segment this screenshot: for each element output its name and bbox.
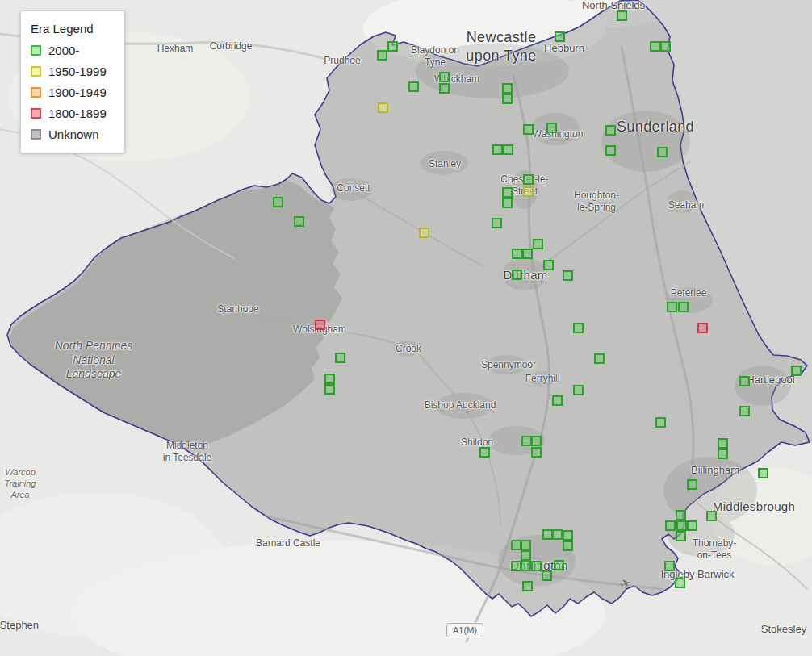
legend-label-era1800: 1800-1899	[48, 107, 107, 120]
legend-swatch-era1950	[31, 66, 41, 77]
era-marker-era2000[interactable]	[502, 83, 513, 94]
era-marker-era2000[interactable]	[573, 385, 584, 395]
era-marker-era2000[interactable]	[273, 197, 283, 207]
era-marker-era2000[interactable]	[324, 374, 335, 384]
legend-label-era1950: 1950-1999	[48, 65, 107, 78]
era-marker-era2000[interactable]	[533, 239, 543, 249]
era-marker-era2000[interactable]	[492, 218, 502, 228]
era-marker-era2000[interactable]	[660, 41, 671, 52]
era-marker-era2000[interactable]	[687, 520, 697, 531]
era-marker-era2000[interactable]	[531, 436, 542, 446]
legend-label-era1900: 1900-1949	[48, 86, 107, 99]
legend-row-era1950: 1950-1999	[31, 65, 111, 78]
era-marker-era2000[interactable]	[676, 510, 686, 520]
era-marker-era2000[interactable]	[739, 376, 750, 386]
era-marker-era2000[interactable]	[554, 560, 564, 570]
legend-row-unknown: Unknown	[31, 127, 111, 141]
era-marker-era2000[interactable]	[542, 570, 552, 581]
legend-swatch-era1800	[31, 108, 41, 119]
era-marker-era2000[interactable]	[521, 550, 531, 561]
legend-row-era1900: 1900-1949	[31, 86, 111, 99]
era-marker-era1950[interactable]	[378, 102, 388, 113]
era-legend: Era Legend 2000-1950-19991900-19491800-1…	[20, 10, 125, 153]
era-marker-era2000[interactable]	[605, 145, 616, 156]
era-marker-era2000[interactable]	[687, 479, 697, 490]
era-marker-era2000[interactable]	[502, 198, 513, 208]
era-marker-era2000[interactable]	[739, 406, 750, 416]
era-marker-era2000[interactable]	[573, 323, 584, 333]
era-marker-era2000[interactable]	[563, 270, 573, 281]
era-marker-era2000[interactable]	[706, 511, 717, 521]
map-canvas[interactable]: North ShieldsNewcastle upon TyneHebburnB…	[0, 0, 812, 656]
era-marker-era2000[interactable]	[439, 72, 450, 82]
era-marker-era2000[interactable]	[531, 561, 542, 571]
era-marker-era2000[interactable]	[664, 561, 675, 571]
legend-swatch-unknown	[31, 129, 41, 140]
era-marker-era2000[interactable]	[512, 270, 522, 280]
era-marker-era2000[interactable]	[563, 530, 573, 541]
legend-title: Era Legend	[31, 22, 111, 36]
era-marker-era2000[interactable]	[605, 125, 616, 136]
era-marker-era2000[interactable]	[667, 302, 677, 312]
era-marker-era2000[interactable]	[324, 384, 335, 395]
era-marker-era2000[interactable]	[387, 41, 398, 52]
era-marker-era2000[interactable]	[523, 174, 534, 185]
era-marker-era2000[interactable]	[678, 302, 689, 312]
era-marker-era2000[interactable]	[617, 10, 627, 21]
era-marker-era2000[interactable]	[335, 353, 345, 363]
era-marker-era2000[interactable]	[676, 531, 686, 541]
era-marker-era2000[interactable]	[408, 81, 419, 92]
era-marker-era2000[interactable]	[479, 447, 490, 458]
era-marker-era2000[interactable]	[523, 124, 534, 135]
era-marker-era2000[interactable]	[552, 529, 563, 540]
legend-swatch-era1900	[31, 87, 41, 98]
era-marker-era2000[interactable]	[594, 353, 605, 364]
era-marker-era2000[interactable]	[502, 187, 513, 198]
era-marker-era2000[interactable]	[791, 366, 802, 376]
legend-row-era2000: 2000-	[31, 44, 111, 57]
legend-label-era2000: 2000-	[48, 44, 79, 57]
era-marker-era2000[interactable]	[492, 144, 503, 155]
era-marker-era2000[interactable]	[563, 541, 573, 551]
era-marker-era2000[interactable]	[522, 581, 533, 591]
era-marker-era2000[interactable]	[650, 41, 660, 52]
era-marker-era2000[interactable]	[718, 438, 728, 449]
era-marker-era2000[interactable]	[531, 447, 542, 458]
era-marker-era2000[interactable]	[543, 260, 554, 270]
era-marker-era2000[interactable]	[655, 417, 666, 428]
era-marker-era2000[interactable]	[676, 520, 687, 531]
era-marker-era1800[interactable]	[315, 320, 325, 330]
era-marker-era2000[interactable]	[718, 449, 728, 459]
era-marker-era2000[interactable]	[522, 249, 533, 259]
era-marker-era2000[interactable]	[555, 31, 565, 42]
era-marker-era2000[interactable]	[294, 216, 304, 227]
era-marker-era2000[interactable]	[377, 50, 387, 61]
era-marker-era2000[interactable]	[552, 395, 563, 406]
era-marker-era2000[interactable]	[546, 123, 557, 133]
era-marker-era2000[interactable]	[675, 578, 685, 588]
era-marker-era2000[interactable]	[503, 144, 513, 155]
era-marker-era2000[interactable]	[758, 468, 768, 478]
era-marker-era1950[interactable]	[419, 228, 429, 238]
era-marker-era2000[interactable]	[657, 147, 668, 157]
legend-swatch-era2000	[31, 45, 41, 56]
era-marker-era2000[interactable]	[665, 520, 676, 531]
era-marker-era2000[interactable]	[502, 94, 513, 104]
era-marker-era2000[interactable]	[521, 561, 531, 571]
legend-row-era1800: 1800-1899	[31, 107, 111, 120]
era-marker-era2000[interactable]	[512, 249, 522, 259]
legend-items: 2000-1950-19991900-19491800-1899Unknown	[31, 44, 111, 141]
era-marker-era1950[interactable]	[523, 186, 534, 197]
legend-label-unknown: Unknown	[48, 127, 99, 141]
era-marker-era2000[interactable]	[521, 540, 531, 550]
era-marker-era1800[interactable]	[697, 323, 708, 333]
era-marker-era2000[interactable]	[439, 83, 450, 94]
